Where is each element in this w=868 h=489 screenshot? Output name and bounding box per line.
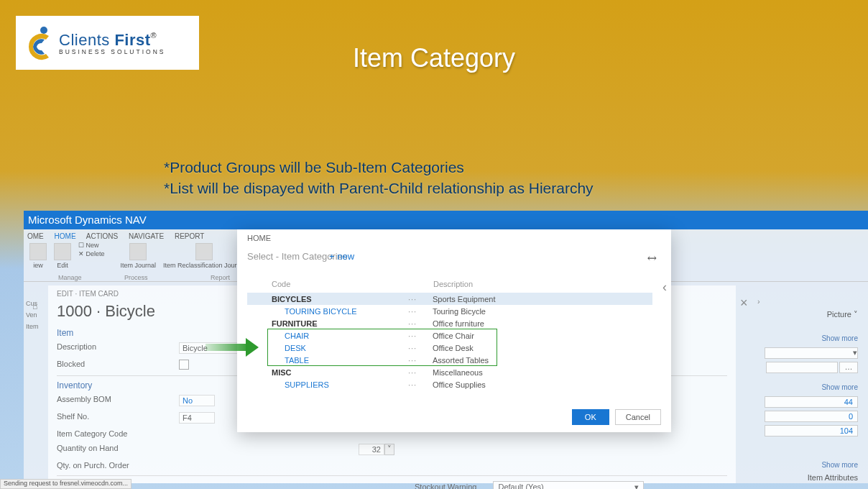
right-panel: × › Picture ˅ Show more ▾ … Show more 44… [740,293,868,483]
row-actions-icon[interactable]: ··· [408,295,433,303]
new-button[interactable]: + new [329,251,354,262]
row-actions-icon[interactable]: ··· [408,344,433,352]
row-actions-icon[interactable]: ··· [408,368,433,377]
right-btn-2[interactable]: … [839,362,858,373]
ribbon-group-report: Report [211,274,230,281]
stockout-row: Stockout Warning Default (Yes)▾ [415,481,644,489]
rail-item[interactable]: Item [24,323,44,330]
header-code[interactable]: Code [272,280,433,288]
show-more-link-2[interactable]: Show more [821,383,858,391]
journal-icon [129,243,147,260]
ok-button[interactable]: OK [572,409,609,425]
collapse-icon[interactable]: ‹ [662,280,667,295]
label-qty-on-hand: Quantity on Hand [57,444,179,455]
ribbon-item-journal-button[interactable]: Item Journal [118,242,160,270]
expand-icon[interactable]: ⤢ [644,250,660,266]
logo-icon [24,25,53,61]
edit-icon [54,243,71,260]
label-item-category: Item Category Code [57,429,179,438]
value-qty-on-hand[interactable]: 32 [359,444,384,455]
cancel-button[interactable]: Cancel [615,409,661,425]
category-description: Office Supplies [433,380,486,389]
row-actions-icon[interactable]: ··· [408,332,433,340]
right-input-1[interactable]: ▾ [765,347,858,359]
category-row[interactable]: FURNITURE···Office furniture [247,317,652,329]
slide-title: Item Category [353,43,515,73]
ribbon-edit-button[interactable]: Edit [51,242,74,270]
slide-bullets: *Product Groups will be Sub-Item Categor… [164,157,594,199]
row-actions-icon[interactable]: ··· [408,356,433,365]
label-assembly-bom: Assembly BOM [57,395,179,406]
view-icon [29,243,47,260]
category-row[interactable]: BICYCLES···Sports Equipment [247,293,652,305]
category-code: TABLE [285,356,408,365]
bullet-1: *Product Groups will be Sub-Item Categor… [164,157,594,178]
value-104[interactable]: 104 [765,425,858,437]
bullet-2: *List will be dispayed with Parent-Child… [164,178,594,198]
category-description: Miscellaneous [433,368,483,377]
label-shelf-no: Shelf No. [57,412,179,424]
category-code: MISC [272,368,408,377]
logo-brand1: Clients [59,31,110,49]
category-row[interactable]: CHAIR···Office Chair [247,329,652,342]
label-qty-on-purch: Qty. on Purch. Order [57,461,179,470]
label-blocked: Blocked [57,360,179,370]
status-bar: Sending request to fresnel.vimeocdn.com.… [0,479,131,489]
category-row[interactable]: MISC···Miscellaneous [247,366,652,378]
dropdown-stockout[interactable]: Default (Yes)▾ [493,481,644,489]
category-code: FURNITURE [272,319,408,328]
value-0[interactable]: 0 [765,411,858,422]
tab-navigate[interactable]: NAVIGATE [129,232,164,240]
category-row[interactable]: TABLE···Assorted Tables [247,354,652,366]
tab-home[interactable]: HOME [55,232,76,240]
value-assembly-bom[interactable]: No [179,395,215,406]
left-rail: Cus Ven Item [24,285,44,483]
category-description: Assorted Tables [433,356,489,365]
category-description: Sports Equipment [433,295,495,303]
logo-registered: ® [151,31,157,40]
tab-report[interactable]: REPORT [175,232,205,240]
ribbon-reclass-button[interactable]: Item Reclassification Journal [160,242,249,270]
modal-header-row: Code Description [272,280,652,291]
category-description: Touring Bicycle [433,307,486,316]
label-stockout: Stockout Warning [415,483,476,489]
qty-dropdown-icon[interactable]: ˅ [384,444,394,455]
rail-cus[interactable]: Cus [24,300,44,307]
modal-rows: BICYCLES···Sports EquipmentTOURING BICYC… [247,293,652,390]
item-attributes-label[interactable]: Item Attributes [808,473,858,482]
ribbon-delete-button[interactable]: ✕ Delete [78,250,105,257]
tab-actions[interactable]: ACTIONS [86,232,118,240]
show-more-link-3[interactable]: Show more [821,461,858,469]
header-description[interactable]: Description [433,280,652,288]
ribbon-group-process: Process [124,274,148,281]
category-code: TOURING BICYCLE [285,307,408,316]
category-description: Office furniture [433,319,484,328]
chevron-right-icon[interactable]: › [757,297,760,306]
category-code: SUPPLIERS [285,380,408,389]
value-44[interactable]: 44 [765,396,858,408]
rail-ven[interactable]: Ven [24,311,44,319]
category-code: BICYCLES [272,295,408,303]
logo-box: Clients First® BUSINESS SOLUTIONS [16,16,199,70]
category-description: Office Chair [433,332,474,340]
ribbon-tabs: OME HOME ACTIONS NAVIGATE REPORT [27,232,213,240]
right-input-2[interactable] [766,362,838,373]
show-more-link-1[interactable]: Show more [821,334,858,342]
ribbon-view-button[interactable]: iew [27,242,50,270]
checkbox-blocked[interactable] [179,360,189,370]
close-icon[interactable]: × [740,296,748,311]
picture-dropdown[interactable]: Picture ˅ [827,310,858,319]
modal-tab-home[interactable]: HOME [247,234,271,242]
input-shelf-no[interactable]: F4 [179,412,215,424]
category-row[interactable]: SUPPLIERS···Office Supplies [247,378,652,390]
category-code: CHAIR [285,332,408,340]
logo-text: Clients First® BUSINESS SOLUTIONS [59,31,165,55]
row-actions-icon[interactable]: ··· [408,319,433,328]
ribbon-new-button[interactable]: ☐ New [78,242,105,249]
tab-ome[interactable]: OME [27,232,44,240]
category-row[interactable]: DESK···Office Desk [247,342,652,354]
row-actions-icon[interactable]: ··· [408,380,433,389]
row-actions-icon[interactable]: ··· [408,307,433,316]
logo-subtitle: BUSINESS SOLUTIONS [59,48,165,55]
category-row[interactable]: TOURING BICYCLE···Touring Bicycle [247,305,652,317]
